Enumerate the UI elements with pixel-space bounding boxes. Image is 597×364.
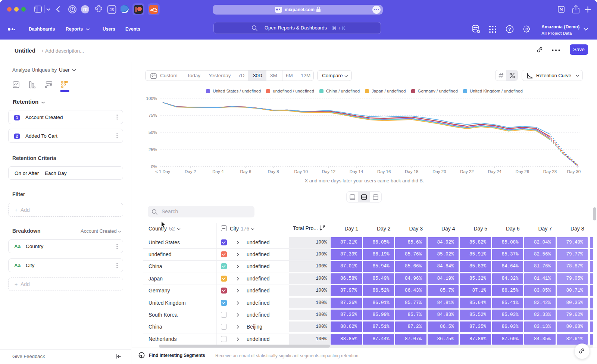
svg-text:Day 8: Day 8: [268, 169, 279, 174]
svg-text:< 1 Day: < 1 Day: [155, 169, 170, 174]
svg-text:Day 16: Day 16: [377, 169, 391, 174]
svg-text:50%: 50%: [149, 130, 157, 135]
svg-text:Day 26: Day 26: [516, 169, 529, 174]
svg-text:25%: 25%: [149, 147, 157, 152]
svg-text:Day 18: Day 18: [405, 169, 418, 174]
svg-text:?: ?: [508, 27, 511, 32]
svg-text:Day 28: Day 28: [543, 169, 557, 174]
svg-text:Day 4: Day 4: [212, 169, 224, 174]
svg-text:75%: 75%: [149, 113, 157, 117]
svg-text:Day 14: Day 14: [350, 169, 363, 174]
svg-text:Day 2: Day 2: [185, 169, 196, 174]
svg-text:Day 20: Day 20: [432, 169, 446, 174]
svg-text:Day 12: Day 12: [322, 169, 335, 174]
svg-text:N: N: [560, 7, 563, 12]
svg-text:JS: JS: [109, 8, 114, 12]
svg-text:Day 30: Day 30: [567, 169, 581, 174]
svg-text:0%: 0%: [151, 164, 157, 169]
svg-text:Day 6: Day 6: [240, 169, 251, 174]
svg-text:Day 22: Day 22: [460, 169, 473, 174]
svg-text:100%: 100%: [146, 96, 157, 101]
svg-text:Day 10: Day 10: [294, 169, 307, 174]
svg-text:Day 24: Day 24: [488, 169, 501, 174]
